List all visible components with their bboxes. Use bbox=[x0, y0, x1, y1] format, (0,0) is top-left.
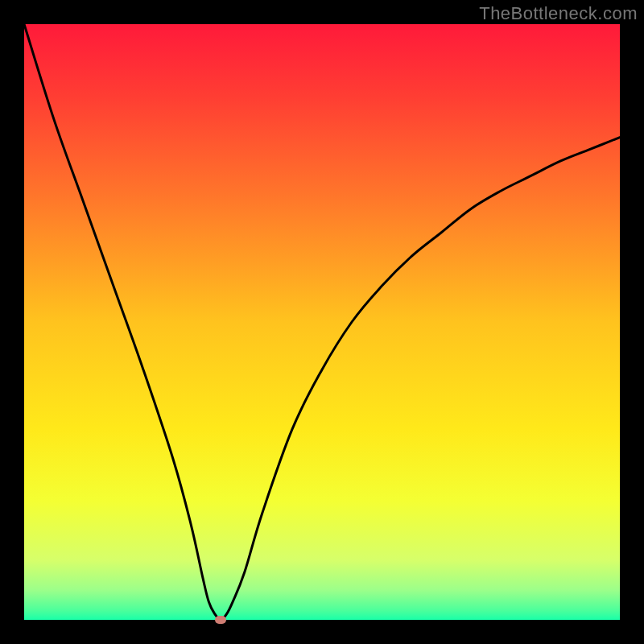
optimal-point-marker bbox=[215, 616, 226, 624]
plot-area bbox=[24, 24, 620, 620]
watermark-text: TheBottleneck.com bbox=[479, 3, 638, 24]
bottleneck-curve bbox=[24, 24, 620, 620]
curve-svg bbox=[24, 24, 620, 620]
chart-frame: TheBottleneck.com bbox=[0, 0, 644, 644]
